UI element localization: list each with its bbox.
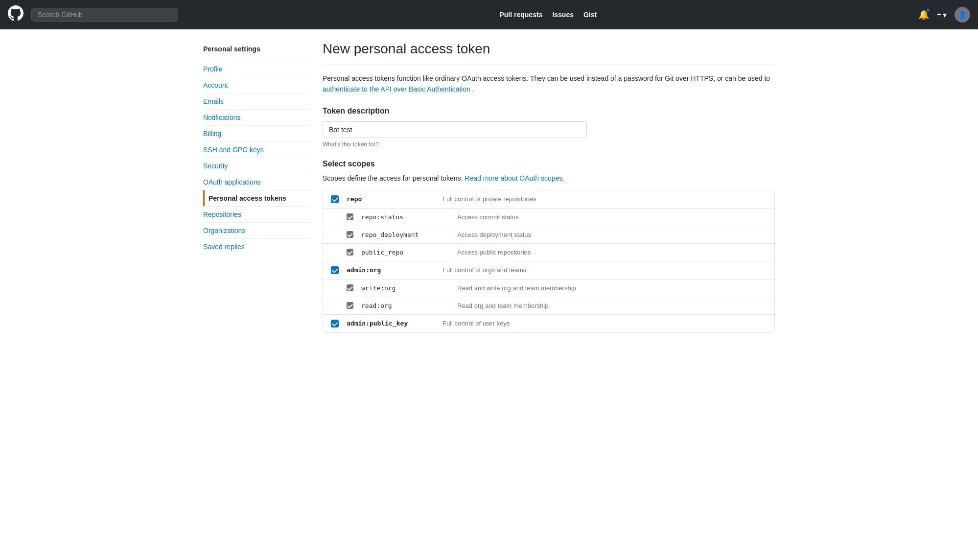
scope-checkbox-repo-deployment[interactable] xyxy=(347,231,353,238)
token-description-input[interactable] xyxy=(323,121,587,138)
scope-name-public-repo: public_repo xyxy=(361,249,449,256)
main-nav: Pull requests Issues Gist xyxy=(186,11,910,19)
scope-name-admin-org: admin:org xyxy=(347,266,435,274)
sidebar-title: Personal settings xyxy=(203,41,311,57)
scope-row-repo-status: repo:status Access commit status xyxy=(323,209,774,226)
scope-checkbox-write-org[interactable] xyxy=(347,284,353,291)
app-header: Pull requests Issues Gist 🔔 + ▾ 👤 xyxy=(0,0,978,29)
sidebar-item-saved-replies[interactable]: Saved replies xyxy=(203,238,311,255)
scope-row-admin-public-key: admin:public_key Full control of user ke… xyxy=(323,315,774,332)
header-right: 🔔 + ▾ 👤 xyxy=(918,7,970,23)
sidebar-item-ssh-gpg[interactable]: SSH and GPG keys xyxy=(203,141,311,158)
pull-requests-link[interactable]: Pull requests xyxy=(499,11,542,19)
scope-name-admin-public-key: admin:public_key xyxy=(347,320,435,327)
scope-row-repo-deployment: repo_deployment Access deployment status xyxy=(323,226,774,244)
scope-row-read-org: read:org Read org and team membership xyxy=(323,297,774,315)
scope-row-admin-org: admin:org Full control of orgs and teams xyxy=(323,261,774,280)
scope-desc-repo: Full control of private repositories xyxy=(442,195,536,203)
sidebar: Personal settings Profile Account Emails… xyxy=(203,41,311,333)
search-input[interactable] xyxy=(31,8,178,22)
sidebar-item-profile[interactable]: Profile xyxy=(203,61,311,77)
scope-desc-admin-public-key: Full control of user keys xyxy=(442,320,510,327)
scope-checkbox-read-org[interactable] xyxy=(347,302,353,309)
scope-checkbox-admin-org[interactable] xyxy=(331,266,339,274)
scope-row-repo: repo Full control of private repositorie… xyxy=(323,190,774,209)
token-hint: What's this token for? xyxy=(323,141,775,148)
gist-link[interactable]: Gist xyxy=(583,11,597,19)
page-title: New personal access token xyxy=(323,41,775,65)
sidebar-item-notifications[interactable]: Notifications xyxy=(203,109,311,125)
plus-chevron: ▾ xyxy=(943,10,947,20)
user-avatar[interactable]: 👤 xyxy=(955,7,970,23)
sidebar-item-security[interactable]: Security xyxy=(203,158,311,174)
select-scopes-title: Select scopes xyxy=(323,160,775,168)
scope-desc-repo-deployment: Access deployment status xyxy=(457,231,531,238)
github-logo[interactable] xyxy=(8,5,23,24)
avatar-image: 👤 xyxy=(958,11,967,19)
oauth-scopes-link[interactable]: Read more about OAuth scopes. xyxy=(465,174,564,182)
sidebar-item-organizations[interactable]: Organizations xyxy=(203,222,311,238)
scope-name-repo-status: repo:status xyxy=(361,213,449,221)
token-input-wrapper xyxy=(323,121,775,138)
sidebar-item-personal-tokens[interactable]: Personal access tokens xyxy=(203,190,311,206)
scope-desc-repo-status: Access commit status xyxy=(457,213,519,221)
scope-checkbox-repo-status[interactable] xyxy=(347,213,353,220)
page-layout: Personal settings Profile Account Emails… xyxy=(195,29,783,345)
sidebar-item-emails[interactable]: Emails xyxy=(203,93,311,109)
search-container xyxy=(31,8,178,22)
scope-checkbox-admin-public-key[interactable] xyxy=(331,320,339,327)
scope-name-repo: repo xyxy=(347,195,435,203)
api-auth-link[interactable]: authenticate to the API over Basic Authe… xyxy=(323,85,470,93)
notification-dot xyxy=(926,8,931,13)
scope-row-public-repo: public_repo Access public repositories xyxy=(323,244,774,261)
intro-text-after: . xyxy=(472,85,474,93)
scope-checkbox-public-repo[interactable] xyxy=(347,249,353,256)
sidebar-item-repositories[interactable]: Repositories xyxy=(203,206,311,222)
intro-paragraph: Personal access tokens function like ord… xyxy=(323,73,775,95)
scopes-table: repo Full control of private repositorie… xyxy=(323,190,775,333)
issues-link[interactable]: Issues xyxy=(552,11,574,19)
scope-checkbox-repo[interactable] xyxy=(331,195,339,203)
scopes-intro-text: Scopes define the access for personal to… xyxy=(323,174,465,182)
sidebar-item-account[interactable]: Account xyxy=(203,77,311,93)
main-content: New personal access token Personal acces… xyxy=(323,41,775,333)
scope-desc-admin-org: Full control of orgs and teams xyxy=(442,266,526,274)
intro-text-before: Personal access tokens function like ord… xyxy=(323,74,770,82)
scopes-intro: Scopes define the access for personal to… xyxy=(323,174,775,182)
scope-name-repo-deployment: repo_deployment xyxy=(361,231,449,238)
create-new-button[interactable]: + ▾ xyxy=(937,10,947,20)
scope-desc-read-org: Read org and team membership xyxy=(457,302,548,309)
scope-name-read-org: read:org xyxy=(361,302,449,309)
sidebar-item-oauth[interactable]: OAuth applications xyxy=(203,174,311,190)
scope-desc-public-repo: Access public repositories xyxy=(457,249,531,256)
scope-desc-write-org: Read and write org and team membership xyxy=(457,284,576,292)
plus-icon: + xyxy=(937,10,941,19)
scope-row-write-org: write:org Read and write org and team me… xyxy=(323,280,774,297)
scope-name-write-org: write:org xyxy=(361,284,449,292)
token-description-title: Token description xyxy=(323,107,775,116)
sidebar-item-billing[interactable]: Billing xyxy=(203,125,311,141)
notifications-bell[interactable]: 🔔 xyxy=(918,9,929,20)
